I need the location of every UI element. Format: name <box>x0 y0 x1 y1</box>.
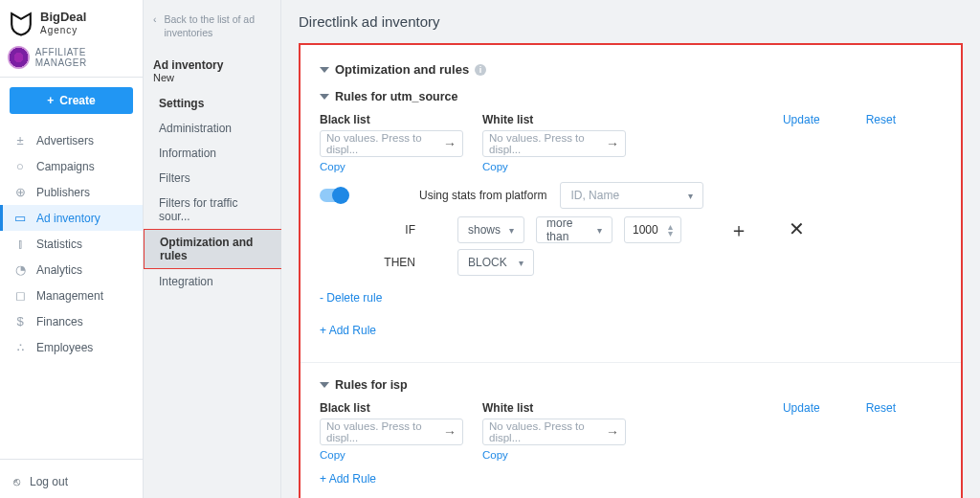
nav-label: Campaigns <box>36 160 95 173</box>
if-comparator-select[interactable]: more than▾ <box>536 216 612 243</box>
utm-blacklist-placeholder: No values. Press to displ... <box>326 132 443 155</box>
chevron-left-icon: ‹ <box>153 13 157 27</box>
isp-reset-link[interactable]: Reset <box>866 401 896 415</box>
nav-icon: ⫿ <box>13 237 27 251</box>
delete-rule-link[interactable]: - Delete rule <box>320 291 382 305</box>
subnav-item-administration[interactable]: Administration <box>144 116 280 141</box>
nav-label: Statistics <box>36 238 82 251</box>
add-rule-link-utm[interactable]: + Add Rule <box>320 324 376 337</box>
sidebar-item-finances[interactable]: $Finances <box>0 308 143 334</box>
remove-condition-button[interactable]: ✕ <box>789 217 805 243</box>
isp-blacklist-label: Black list <box>320 401 463 415</box>
rules-panel: Optimization and rules i Rules for utm_s… <box>299 43 963 498</box>
role-label: AFFILIATE MANAGER <box>35 47 135 68</box>
arrow-right-icon: → <box>443 136 457 151</box>
subnav-item-filters[interactable]: Filters <box>144 166 280 191</box>
number-stepper-icon[interactable]: ▴▾ <box>668 223 673 237</box>
nav: ±Advertisers○Campaigns⊕Publishers▭Ad inv… <box>0 124 143 453</box>
if-label: IF <box>320 223 415 237</box>
utm-whitelist-copy[interactable]: Copy <box>482 161 626 172</box>
add-rule-link-isp[interactable]: + Add Rule <box>320 472 376 486</box>
logout-label: Log out <box>30 475 68 488</box>
rules-isp-header[interactable]: Rules for isp <box>320 378 942 392</box>
chevron-down-icon <box>320 382 329 388</box>
arrow-right-icon: → <box>443 424 457 440</box>
nav-label: Finances <box>36 315 83 328</box>
logout-button[interactable]: ⎋ Log out <box>0 465 143 498</box>
nav-label: Ad inventory <box>36 212 100 225</box>
chevron-down-icon <box>320 94 329 100</box>
subnav-item-integration[interactable]: Integration <box>144 269 280 294</box>
isp-whitelist-picker[interactable]: No values. Press to displ... → <box>482 419 626 445</box>
subnav-item-information[interactable]: Information <box>144 141 280 166</box>
nav-icon: ⊕ <box>13 185 27 199</box>
utm-whitelist-picker[interactable]: No values. Press to displ... → <box>482 130 626 157</box>
subnav-item-filters-for-traffic-sour-[interactable]: Filters for traffic sour... <box>144 191 280 229</box>
utm-whitelist-label: White list <box>482 113 626 126</box>
nav-icon: ◻ <box>13 288 27 303</box>
create-button[interactable]: + Create <box>10 87 133 114</box>
isp-update-link[interactable]: Update <box>783 401 820 415</box>
add-condition-button[interactable]: ＋ <box>729 217 748 243</box>
chevron-down-icon: ▾ <box>688 191 693 201</box>
if-value-input[interactable]: 1000 ▴▾ <box>624 216 681 243</box>
sidebar-item-advertisers[interactable]: ±Advertisers <box>0 127 143 153</box>
sidebar-item-campaigns[interactable]: ○Campaigns <box>0 153 143 179</box>
utm-update-link[interactable]: Update <box>783 113 820 126</box>
subnav-item-settings[interactable]: Settings <box>144 91 280 116</box>
chevron-down-icon: ▾ <box>597 225 602 236</box>
then-action-select[interactable]: BLOCK▾ <box>457 249 534 276</box>
nav-icon: $ <box>13 314 27 328</box>
utm-reset-link[interactable]: Reset <box>866 113 896 126</box>
back-link[interactable]: ‹ Back to the list of ad inventories <box>144 8 280 51</box>
brand: BigDeal Agency <box>0 0 143 38</box>
if-metric-select[interactable]: shows▾ <box>457 216 524 243</box>
isp-whitelist-copy[interactable]: Copy <box>482 449 626 461</box>
isp-whitelist-label: White list <box>482 401 626 415</box>
subnav-item-optimization-and-rules[interactable]: Optimization and rules <box>144 229 281 269</box>
subnav-heading: Ad inventory <box>144 51 280 72</box>
sidebar-item-publishers[interactable]: ⊕Publishers <box>0 179 143 205</box>
logo-icon <box>8 10 34 36</box>
create-label: Create <box>59 94 95 107</box>
platform-placeholder: ID, Name <box>570 189 619 202</box>
avatar-icon <box>8 46 30 69</box>
nav-icon: ◔ <box>13 262 27 277</box>
sidebar-item-statistics[interactable]: ⫿Statistics <box>0 231 143 257</box>
nav-icon: ⛬ <box>13 340 27 354</box>
utm-blacklist-copy[interactable]: Copy <box>320 161 463 172</box>
main: Directlink ad inventory Optimization and… <box>281 0 980 498</box>
utm-whitelist-placeholder: No values. Press to displ... <box>489 132 606 155</box>
chevron-down-icon: ▾ <box>509 225 514 236</box>
nav-label: Employees <box>36 341 93 354</box>
isp-blacklist-picker[interactable]: No values. Press to displ... → <box>320 419 463 445</box>
arrow-right-icon: → <box>606 424 619 440</box>
section-header[interactable]: Optimization and rules i <box>320 62 942 77</box>
isp-blacklist-copy[interactable]: Copy <box>320 449 463 461</box>
brand-sub: Agency <box>40 25 86 35</box>
chevron-down-icon <box>320 67 329 73</box>
platform-select[interactable]: ID, Name ▾ <box>560 182 703 209</box>
rules-utm-header[interactable]: Rules for utm_source <box>320 90 942 103</box>
sidebar-item-management[interactable]: ◻Management <box>0 283 143 308</box>
stats-toggle[interactable] <box>320 189 348 202</box>
section-title: Optimization and rules <box>335 62 469 77</box>
utm-blacklist-label: Black list <box>320 113 463 126</box>
info-icon[interactable]: i <box>475 64 486 76</box>
subnav: ‹ Back to the list of ad inventories Ad … <box>144 0 281 498</box>
stats-label: Using stats from platform <box>419 189 546 202</box>
sidebar-item-analytics[interactable]: ◔Analytics <box>0 257 143 283</box>
back-label: Back to the list of ad inventories <box>165 13 272 39</box>
sidebar-item-employees[interactable]: ⛬Employees <box>0 334 143 360</box>
utm-blacklist-picker[interactable]: No values. Press to displ... → <box>320 130 463 157</box>
nav-icon: ▭ <box>13 211 27 225</box>
sidebar-item-ad-inventory[interactable]: ▭Ad inventory <box>0 205 143 231</box>
chevron-down-icon: ▾ <box>519 258 523 268</box>
page-title: Directlink ad inventory <box>299 13 963 30</box>
sidebar: BigDeal Agency AFFILIATE MANAGER + Creat… <box>0 0 144 498</box>
nav-icon: ○ <box>13 159 27 173</box>
then-label: THEN <box>320 256 415 269</box>
role-row: AFFILIATE MANAGER <box>0 38 143 78</box>
nav-label: Advertisers <box>36 134 94 147</box>
nav-label: Management <box>36 289 103 303</box>
